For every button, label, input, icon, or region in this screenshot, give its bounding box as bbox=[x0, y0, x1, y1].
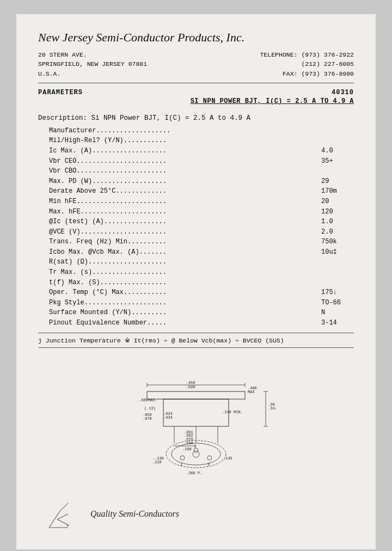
svg-text:.366 P.: .366 P. bbox=[186, 471, 202, 475]
param-label: Ic Max. (A)................... bbox=[49, 146, 321, 156]
description-block: Description: Si NPN Power BJT, I(C) = 2.… bbox=[38, 113, 354, 328]
param-label: Derate Above 25°C............. bbox=[49, 186, 321, 197]
telephone: TELEPHONE: (973) 376-2922 bbox=[260, 50, 354, 59]
fax: FAX: (973) 376-8980 bbox=[260, 69, 354, 78]
svg-text:.500: .500 bbox=[186, 385, 195, 389]
bottom-note: j Junction Temperature ※ It(rms) ÷ @ Bel… bbox=[38, 333, 354, 348]
svg-text:.590: .590 bbox=[184, 441, 193, 445]
svg-text:2: 2 bbox=[207, 462, 210, 467]
param-value: 2.0 bbox=[321, 227, 354, 237]
svg-text:.210: .210 bbox=[152, 460, 162, 464]
svg-point-19 bbox=[180, 456, 185, 460]
footer-area: .logo-line { stroke: #888; stroke-width:… bbox=[38, 495, 354, 533]
table-row: Min hFE.......................20 bbox=[38, 197, 354, 207]
footer-logo-icon: .logo-line { stroke: #888; stroke-width:… bbox=[38, 495, 82, 533]
address-left: 20 STERN AVE. SPRINGFIELD, NEW JERSEY 07… bbox=[38, 50, 147, 78]
table-row: Vbr CEO.......................35+ bbox=[38, 156, 354, 167]
svg-text:.34↓: .34↓ bbox=[268, 406, 277, 411]
param-value: 750k bbox=[321, 237, 354, 247]
svg-text:3: 3 bbox=[194, 444, 196, 449]
part-number: 40310 bbox=[332, 89, 354, 96]
table-row: R(sat) (Ω).................... bbox=[38, 257, 354, 267]
table-row: Max. PD (W)...................29 bbox=[38, 176, 354, 187]
param-label: Oper. Temp (°C) Max........... bbox=[49, 287, 321, 298]
param-label: Surface Mounted (Y/N)......... bbox=[49, 308, 321, 318]
param-value: 20 bbox=[321, 197, 354, 207]
subtitle-line: SI NPN POWER BJT, I(C) = 2.5 A TO 4.9 A bbox=[38, 97, 354, 105]
table-row: Ic Max. (A)...................4.0 bbox=[38, 146, 354, 156]
params-list: Manufacturer...................Mil/High-… bbox=[38, 126, 354, 328]
table-row: Icbo Max. @Vcb Max. (A).......10u‡ bbox=[38, 247, 354, 258]
params-header: PARAMETERS 40310 bbox=[38, 89, 354, 96]
param-label: @Ic (test) (A)................ bbox=[49, 217, 321, 227]
param-label: @VCE (V)...................... bbox=[49, 227, 321, 237]
param-value: 170m bbox=[321, 186, 354, 197]
table-row: Oper. Temp (°C) Max...........175↓ bbox=[38, 287, 354, 298]
param-label: Vbr CEO....................... bbox=[49, 156, 321, 167]
footer-quality-text: Quality Semi-Conductors bbox=[90, 509, 179, 519]
svg-line-43 bbox=[49, 511, 60, 528]
table-row: Manufacturer................... bbox=[38, 126, 354, 136]
param-value bbox=[321, 267, 354, 278]
address-line3: U.S.A. bbox=[38, 69, 147, 78]
header-address: 20 STERN AVE. SPRINGFIELD, NEW JERSEY 07… bbox=[38, 50, 354, 78]
param-value: 175↓ bbox=[321, 287, 354, 298]
address-line2: SPRINGFIELD, NEW JERSEY 07081 bbox=[38, 59, 147, 69]
svg-text:.070: .070 bbox=[143, 417, 152, 421]
svg-point-25 bbox=[193, 451, 199, 457]
subtitle-text: SI NPN POWER BJT, I(C) = 2.5 A TO 4.9 A bbox=[191, 97, 354, 105]
table-row: Pkg Style.....................TO-66 bbox=[38, 298, 354, 308]
param-label: Mil/High-Rel? (Y/N)........... bbox=[49, 136, 321, 146]
page: New Jersey Semi-Conductor Products, Inc.… bbox=[16, 14, 376, 549]
svg-text:.240 MIN.: .240 MIN. bbox=[222, 410, 243, 414]
table-row: Tr Max. (s)................... bbox=[38, 267, 354, 278]
param-value bbox=[321, 166, 354, 176]
svg-text:.034: .034 bbox=[163, 415, 173, 420]
param-label: Pkg Style..................... bbox=[49, 298, 321, 308]
param-value bbox=[321, 136, 354, 146]
table-row: Pinout Equivalence Number.....3-14 bbox=[38, 318, 354, 328]
param-value: TO-66 bbox=[321, 298, 354, 308]
svg-rect-1 bbox=[163, 399, 229, 426]
param-value: 4.0 bbox=[321, 146, 354, 156]
package-diagram: .dim { font-size: 7px; font-family: 'Cou… bbox=[103, 359, 289, 479]
svg-point-21 bbox=[194, 448, 198, 452]
param-value bbox=[321, 126, 354, 136]
param-value: 120 bbox=[321, 207, 354, 217]
svg-text:(.13): (.13) bbox=[144, 406, 156, 411]
param-value bbox=[321, 278, 354, 288]
table-row: t(f) Max. (S)................. bbox=[38, 278, 354, 288]
table-row: Mil/High-Rel? (Y/N)........... bbox=[38, 136, 354, 146]
table-row: @Ic (test) (A)................1.0 bbox=[38, 217, 354, 227]
param-label: Icbo Max. @Vcb Max. (A)....... bbox=[49, 247, 321, 258]
svg-text:.450: .450 bbox=[186, 381, 195, 385]
svg-point-20 bbox=[207, 456, 212, 460]
svg-rect-0 bbox=[147, 391, 245, 399]
param-label: Max. PD (W)................... bbox=[49, 176, 321, 187]
address-line1: 20 STERN AVE. bbox=[38, 50, 147, 59]
svg-line-44 bbox=[60, 503, 68, 511]
phone2: (212) 227-6005 bbox=[260, 59, 354, 69]
table-row: Trans. Freq (Hz) Min..........750k bbox=[38, 237, 354, 247]
param-value: 29 bbox=[321, 176, 354, 187]
divider-top bbox=[38, 83, 354, 83]
param-label: Min hFE....................... bbox=[49, 197, 321, 207]
param-value: 10u‡ bbox=[321, 247, 354, 258]
table-row: Max. hFE......................120 bbox=[38, 207, 354, 217]
param-label: Manufacturer................... bbox=[49, 126, 321, 136]
svg-text:.065MAX.: .065MAX. bbox=[139, 398, 157, 402]
param-label: Tr Max. (s)................... bbox=[49, 267, 321, 278]
svg-text:.145: .145 bbox=[223, 456, 232, 461]
svg-text:.100: .100 bbox=[182, 447, 192, 451]
svg-text:1: 1 bbox=[180, 462, 182, 467]
param-value: N bbox=[321, 308, 354, 318]
param-value: 35+ bbox=[321, 156, 354, 167]
param-value bbox=[321, 257, 354, 267]
param-label: R(sat) (Ω).................... bbox=[49, 257, 321, 267]
svg-line-46 bbox=[57, 514, 68, 519]
param-label: t(f) Max. (S)................. bbox=[49, 278, 321, 288]
param-label: Pinout Equivalence Number..... bbox=[49, 318, 321, 328]
svg-text:.851: .851 bbox=[184, 430, 193, 434]
table-row: Derate Above 25°C.............170m bbox=[38, 186, 354, 197]
diagram-area: .dim { font-size: 7px; font-family: 'Cou… bbox=[38, 359, 354, 479]
